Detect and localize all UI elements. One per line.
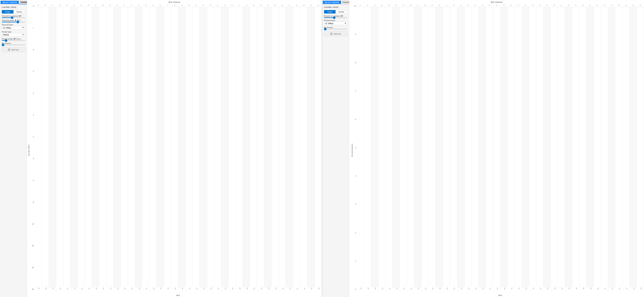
channel-label: 24: [536, 4, 544, 7]
channel-label: 23: [207, 4, 214, 7]
grid-column: [192, 7, 200, 288]
grid-column: [70, 7, 78, 288]
transmit-channel-slider[interactable]: [2, 17, 25, 18]
start-test-button-rx[interactable]: Start test: [324, 31, 347, 36]
x-tick-label: 2468: [275, 288, 276, 292]
grid-column: [250, 7, 257, 288]
x-tick-label: 2408: [382, 288, 384, 292]
grid-column: [150, 7, 157, 288]
channel-label: 34: [286, 4, 293, 7]
x-tick-label: 2426: [124, 288, 126, 292]
grid-column: [536, 7, 544, 288]
x-tick-label: 2420: [425, 288, 426, 292]
receiver-chart-inner: 3700010203040506070809101112131415161718…: [357, 4, 644, 297]
mode-single-btn-rx[interactable]: Single: [324, 10, 336, 13]
grid-column: [243, 7, 250, 288]
x-tick-label: 2444: [511, 288, 513, 292]
start-test-label-rx: Start test: [334, 33, 341, 35]
grid-column: [586, 7, 594, 288]
channel-label: 00: [42, 4, 49, 7]
transmitter-chart-area: BLE channel Strength (dBm) 8 7 6 5 4 3 2…: [27, 0, 322, 297]
channel-label: 25: [544, 4, 551, 7]
x-tick-label: 2480: [640, 288, 642, 292]
x-tick-label: 2428: [132, 288, 133, 292]
grid-column: [171, 7, 178, 288]
x-tick-label: 2446: [518, 288, 520, 292]
grid-column: [279, 7, 286, 288]
physical-layer-dropdown-rx[interactable]: LE 1Mbps LE 2Mbps LE Coded S=2 LE Coded …: [324, 22, 347, 25]
channel-label: 32: [272, 4, 279, 7]
x-tick-label: 2448: [203, 288, 205, 292]
x-tick-label: 2466: [590, 288, 592, 292]
no-timeout-slider-tx[interactable]: [2, 45, 25, 45]
transmitter-y-axis: Strength (dBm) 8 7 6 5 4 3 2 0 -4 -8 -12…: [27, 4, 34, 297]
x-tick-label: 2436: [160, 288, 162, 292]
x-tick-label: 2408: [60, 288, 61, 292]
grid-column: [443, 7, 450, 288]
transmit-power-slider[interactable]: [2, 22, 25, 22]
receive-channel-slider[interactable]: [324, 17, 347, 18]
channel-label: 07: [414, 4, 421, 7]
x-tick-label: 2480: [318, 288, 320, 292]
grid-column: [228, 7, 236, 288]
x-tick-label: 2442: [182, 288, 183, 292]
grid-column: [315, 7, 322, 288]
grid-column: [286, 7, 293, 288]
x-tick-label: 2452: [218, 288, 219, 292]
grid-column: [608, 7, 615, 288]
transmitter-channel-labels: 3700010203040506070809101112131415161718…: [34, 4, 322, 7]
x-tick-label: 2412: [74, 288, 76, 292]
receiver-x-axis-title: MHz: [357, 294, 644, 297]
channel-label: 15: [472, 4, 479, 7]
start-test-button-tx[interactable]: Start test: [2, 47, 25, 52]
physical-layer-label-rx: Physical layer: [324, 19, 347, 21]
grid-column: [121, 7, 128, 288]
grid-column: [400, 7, 407, 288]
mode-single-btn-tx[interactable]: Single: [2, 10, 14, 13]
x-tick-label: 2418: [96, 288, 97, 292]
mode-sweep-btn-tx[interactable]: Sweep: [14, 10, 25, 13]
x-tick-label: 2450: [532, 288, 534, 292]
x-tick-label: 2438: [490, 288, 491, 292]
channel-label: 36: [300, 4, 308, 7]
x-tick-label: 2406: [375, 288, 376, 292]
grid-column: [207, 7, 214, 288]
x-tick-label: 2424: [117, 288, 119, 292]
x-tick-label: 2442: [504, 288, 506, 292]
grid-column: [579, 7, 586, 288]
no-timeout-slider-rx[interactable]: [324, 29, 347, 29]
grid-column: [178, 7, 186, 288]
grid-column: [99, 7, 106, 288]
channel-label: 08: [99, 4, 106, 7]
x-tick-label: 2416: [410, 288, 412, 292]
x-tick-label: 2460: [246, 288, 248, 292]
x-tick-label: 2464: [261, 288, 262, 292]
x-tick-label: 2404: [368, 288, 369, 292]
grid-column: [378, 7, 386, 288]
channel-label: 37: [34, 4, 42, 7]
mode-sweep-btn-rx[interactable]: Sweep: [336, 10, 347, 13]
channel-label: 10: [436, 4, 443, 7]
receive-channel-row: Receive on channel 17: [324, 15, 347, 18]
channel-label: 24: [214, 4, 221, 7]
channel-label: 26: [228, 4, 236, 7]
grid-column: [357, 7, 364, 288]
physical-layer-dropdown-tx[interactable]: LE 1Mbps LE 2Mbps LE Coded S=2 LE Coded …: [2, 26, 25, 29]
receiver-select-device-button[interactable]: SELECT DEVICE: [323, 1, 341, 4]
no-timeout-row-rx: No timeout: [324, 26, 347, 29]
x-tick-label: 2432: [468, 288, 470, 292]
receiver-sidebar-content: CHANNEL MODE Single Sweep Receive on cha…: [322, 5, 349, 38]
channel-label: 35: [293, 4, 300, 7]
channel-label: 17: [164, 4, 171, 7]
transmitter-select-device-button[interactable]: SELECT DEVICE: [1, 1, 19, 4]
packet-type-dropdown[interactable]: PRBS9 11110000 10101010 Vendor specific: [2, 33, 25, 36]
packet-length-slider[interactable]: [2, 40, 25, 41]
channel-label: 16: [479, 4, 486, 7]
grid-column: [85, 7, 92, 288]
grid-column: [572, 7, 580, 288]
receiver-chart-container: Received packets 10 9 8 7 6 5 4 3 2 1 0 …: [349, 4, 644, 297]
grid-column: [421, 7, 428, 288]
x-tick-label: 2478: [311, 288, 312, 292]
channel-label: 05: [78, 4, 85, 7]
x-tick-label: 2456: [232, 288, 234, 292]
